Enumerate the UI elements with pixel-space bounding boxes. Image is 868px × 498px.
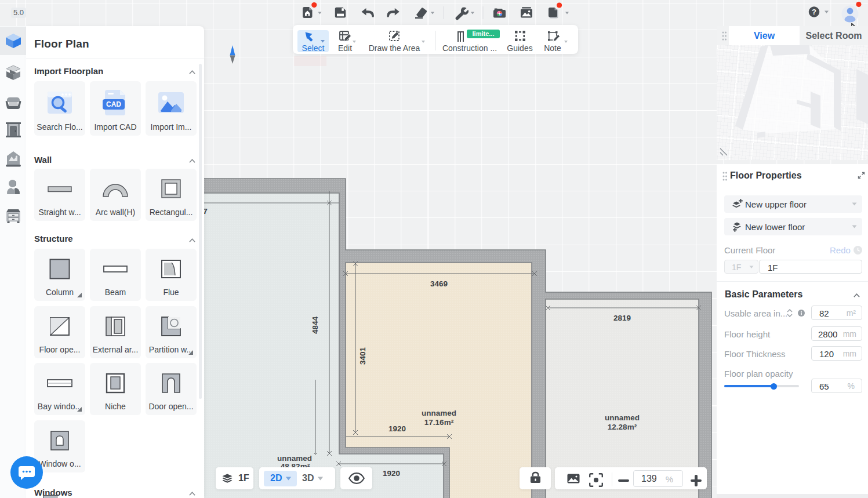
svg-text:CAD: CAD xyxy=(106,100,121,108)
svg-text:1920: 1920 xyxy=(383,469,400,478)
svg-text:12.28m²: 12.28m² xyxy=(608,423,637,431)
svg-text:?: ? xyxy=(812,8,816,16)
svg-text:4844: 4844 xyxy=(311,316,319,334)
svg-text:unnamed: unnamed xyxy=(605,413,640,422)
svg-text:unnamed: unnamed xyxy=(422,409,456,417)
svg-text:3469: 3469 xyxy=(430,279,448,288)
svg-text:3401: 3401 xyxy=(358,347,367,365)
svg-text:2819: 2819 xyxy=(613,314,631,322)
svg-text:17.16m²: 17.16m² xyxy=(424,418,454,427)
svg-text:1920: 1920 xyxy=(388,424,406,433)
svg-text:unnamed: unnamed xyxy=(277,454,312,463)
